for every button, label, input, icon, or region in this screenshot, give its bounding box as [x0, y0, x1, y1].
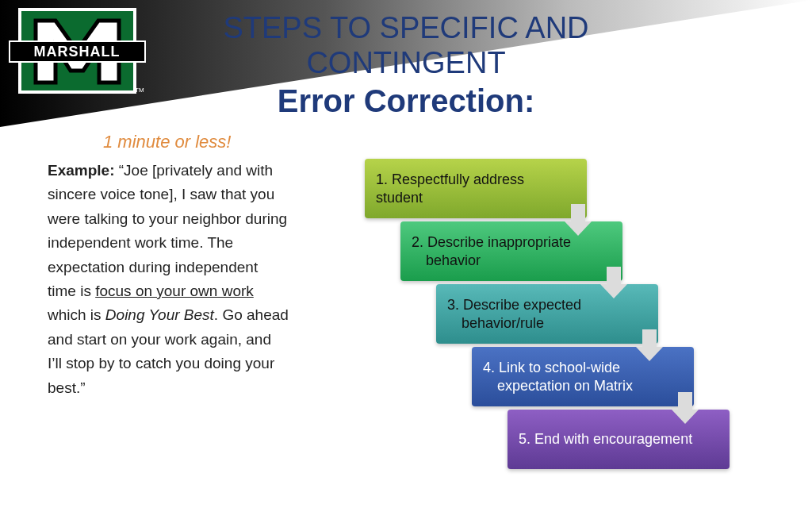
arrow-down-icon	[600, 267, 627, 300]
step-5-line1: 5. End with encouragement	[519, 431, 692, 447]
step-4-line2: expectation on Matrix	[483, 377, 633, 395]
example-paragraph: Example: “Joe [privately and with sincer…	[48, 159, 289, 400]
example-underlined: focus on your own work	[95, 283, 254, 299]
steps-diagram: 1. Respectfully address student 2. Descr…	[365, 159, 777, 472]
arrow-down-icon	[672, 392, 699, 425]
step-1-line2: student	[376, 190, 423, 206]
step-2-line1: 2. Describe inappropriate	[412, 234, 571, 250]
example-label: Example:	[48, 162, 114, 179]
example-text-pre: “Joe [privately and with sincere voice t…	[48, 162, 287, 299]
title-line-3: Error Correction:	[0, 82, 812, 120]
example-text-mid1: which is	[48, 306, 105, 323]
step-1: 1. Respectfully address student	[365, 159, 587, 218]
step-3-line2: behavior/rule	[447, 314, 581, 333]
step-2-line2: behavior	[412, 252, 571, 270]
step-4-line1: 4. Link to school-wide	[483, 360, 620, 375]
subtitle-time: 1 minute or less!	[103, 132, 231, 152]
title-line-1: STEPS TO SPECIFIC AND	[0, 11, 812, 46]
step-1-line1: 1. Respectfully address	[376, 171, 524, 187]
title-line-2: CONTINGENT	[0, 46, 812, 81]
example-italic: Doing Your Best	[105, 306, 214, 323]
arrow-down-icon	[565, 204, 592, 237]
step-3-line1: 3. Describe expected	[447, 297, 581, 313]
slide-title: STEPS TO SPECIFIC AND CONTINGENT Error C…	[0, 11, 812, 120]
arrow-down-icon	[636, 329, 663, 363]
